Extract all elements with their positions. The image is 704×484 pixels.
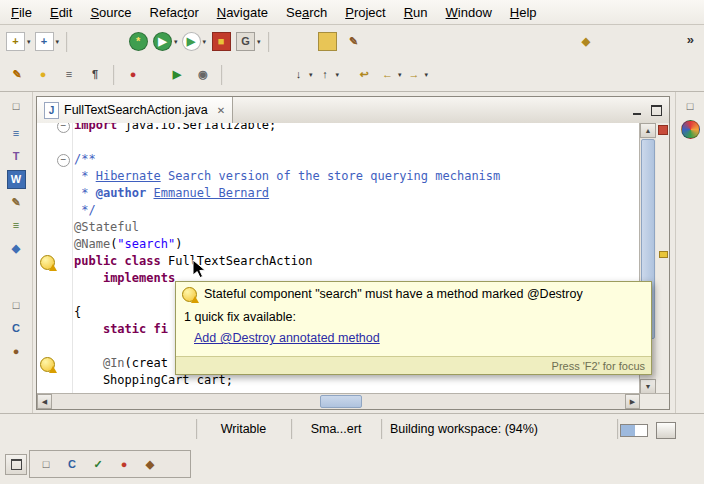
restore-views-button[interactable]: □ <box>3 96 29 117</box>
status-bar: Writable Sma...ert Building workspace: (… <box>0 413 704 444</box>
next-annotation-button-dropdown[interactable]: ▾ <box>309 71 313 79</box>
skip-breakpoints-button[interactable]: ◉ <box>190 63 216 87</box>
progress-view-button[interactable] <box>656 422 676 439</box>
tooltip-footer: Press 'F2' for focus <box>176 356 651 374</box>
tray-search-view-icon[interactable]: ◆ <box>137 452 163 476</box>
restore-right-views-button-icon: □ <box>682 98 699 115</box>
toolbar-gap <box>341 70 351 80</box>
tooltip-message-row: Stateful component "search" must have a … <box>176 282 651 302</box>
previous-annotation-button-icon: ↑ <box>317 66 334 83</box>
tray-tasks-view-icon[interactable]: ✓ <box>85 452 111 476</box>
status-separator <box>617 419 619 439</box>
toggle-comment-button[interactable]: ≡ <box>56 63 82 87</box>
console-view-icon[interactable]: C <box>3 318 29 339</box>
code-line: @Name("search") <box>74 236 639 253</box>
next-annotation-button[interactable]: ↓▾ <box>288 63 315 87</box>
annotation-ruler[interactable]: −− <box>37 123 73 394</box>
show-whitespace-button-icon: ¶ <box>87 66 104 83</box>
annotations-view-icon-icon: ✎ <box>8 194 25 211</box>
overview-error-marker[interactable] <box>658 125 668 135</box>
restore-bottom-views-button[interactable]: □ <box>3 295 29 316</box>
last-edit-location-button[interactable]: ↩ <box>351 63 377 87</box>
tray-restore-button[interactable]: □ <box>33 452 59 476</box>
overview-warning-marker[interactable] <box>659 251 668 258</box>
perspective-sphere-icon[interactable] <box>677 119 703 140</box>
code-line: * @author Emmanuel Bernard <box>74 185 639 202</box>
code-line: import java.io.Serializable; <box>74 123 639 134</box>
run-last-launched-button-icon: ▶ <box>169 66 186 83</box>
fast-view-toggle-button[interactable] <box>5 454 27 475</box>
scroll-up-button[interactable]: ▲ <box>640 123 656 138</box>
warning-bulb-icon <box>182 287 197 302</box>
last-edit-location-button-icon: ↩ <box>356 66 373 83</box>
previous-annotation-button[interactable]: ↑▾ <box>315 63 342 87</box>
mark-occurrences-button[interactable]: ✎ <box>4 63 30 87</box>
annotations-view-icon[interactable]: ✎ <box>3 192 29 213</box>
tray-console-view-icon[interactable]: C <box>59 452 85 476</box>
maximize-icon <box>651 105 662 116</box>
overview-ruler[interactable] <box>656 123 669 394</box>
search-view-icon[interactable]: ● <box>3 341 29 362</box>
fold-collapse-icon[interactable]: − <box>57 154 70 167</box>
package-explorer-view-icon-icon: ≡ <box>8 125 25 142</box>
back-button-dropdown[interactable]: ▾ <box>398 71 402 79</box>
forward-button-dropdown[interactable]: ▾ <box>425 71 429 79</box>
project-explorer-view-icon[interactable]: ≡ <box>3 215 29 236</box>
code-line: @Stateful <box>74 219 639 236</box>
console-view-icon-icon: C <box>8 320 25 337</box>
tooltip-message: Stateful component "search" must have a … <box>204 287 643 301</box>
maximize-button[interactable] <box>648 103 665 118</box>
search-view-icon-icon: ● <box>8 343 25 360</box>
right-view-rail: □ <box>675 92 704 413</box>
build-progress-fill <box>621 425 635 436</box>
outline-view-icon[interactable]: ◆ <box>3 238 29 259</box>
quickfix-link[interactable]: Add @Destroy annotated method <box>194 331 380 345</box>
build-progress-indicator <box>620 424 648 437</box>
code-line: /** <box>74 151 639 168</box>
scroll-left-button[interactable]: ◀ <box>37 394 52 409</box>
secondary-toolbar: ✎●≡¶●▶◉↓▾↑▾↩←▾→▾ <box>0 58 704 92</box>
editor-tab-title: FullTextSearchAction.java <box>64 103 208 117</box>
tray-problems-view-icon-icon: ● <box>116 456 133 473</box>
focus-hint: Press 'F2' for focus <box>552 360 645 372</box>
back-button[interactable]: ←▾ <box>377 63 404 87</box>
fast-view-icon <box>11 459 22 470</box>
horizontal-scroll-thumb[interactable] <box>320 395 362 408</box>
externalize-strings-button[interactable]: ● <box>30 63 56 87</box>
tray-problems-view-icon[interactable]: ● <box>111 452 137 476</box>
code-line <box>74 134 639 151</box>
scroll-right-button[interactable]: ▶ <box>625 394 640 409</box>
warning-triangle-icon <box>191 296 199 303</box>
run-last-launched-button[interactable]: ▶ <box>164 63 190 87</box>
forward-button[interactable]: →▾ <box>404 63 431 87</box>
scroll-down-button[interactable]: ▼ <box>640 379 656 394</box>
minimize-icon <box>633 113 641 115</box>
toolbar-separator <box>113 65 115 85</box>
quickfix-warning-icon[interactable] <box>40 357 55 372</box>
restore-right-views-button[interactable]: □ <box>677 96 703 117</box>
show-whitespace-button[interactable]: ¶ <box>82 63 108 87</box>
tab-close-icon[interactable]: ✕ <box>217 105 225 116</box>
quickfix-warning-icon[interactable] <box>40 255 55 270</box>
scrollbar-corner <box>640 393 669 409</box>
status-insert-mode: Sma...ert <box>292 414 380 444</box>
code-line: public class FullTextSearchAction <box>74 253 639 270</box>
toolbar-separator <box>221 65 223 85</box>
outline-view-icon-icon: ◆ <box>8 240 25 257</box>
next-annotation-button-icon: ↓ <box>290 66 307 83</box>
tray-tasks-view-icon-icon: ✓ <box>90 456 107 473</box>
package-explorer-view-icon[interactable]: ≡ <box>3 123 29 144</box>
record-button[interactable]: ● <box>120 63 146 87</box>
minimize-button[interactable] <box>628 103 645 118</box>
forward-button-icon: → <box>406 66 423 83</box>
editor-window-buttons <box>628 97 669 123</box>
fold-collapse-icon[interactable]: − <box>57 123 70 133</box>
quickfix-tooltip: Stateful component "search" must have a … <box>175 281 652 375</box>
mouse-cursor <box>192 259 208 281</box>
editor-tab[interactable]: J FullTextSearchAction.java ✕ <box>37 97 233 123</box>
web-view-icon[interactable]: W <box>3 169 29 190</box>
left-view-rail: □≡TW✎≡◆□C● <box>0 92 33 413</box>
horizontal-scrollbar[interactable]: ◀ ▶ <box>37 393 640 409</box>
type-hierarchy-view-icon[interactable]: T <box>3 146 29 167</box>
previous-annotation-button-dropdown[interactable]: ▾ <box>336 71 340 79</box>
